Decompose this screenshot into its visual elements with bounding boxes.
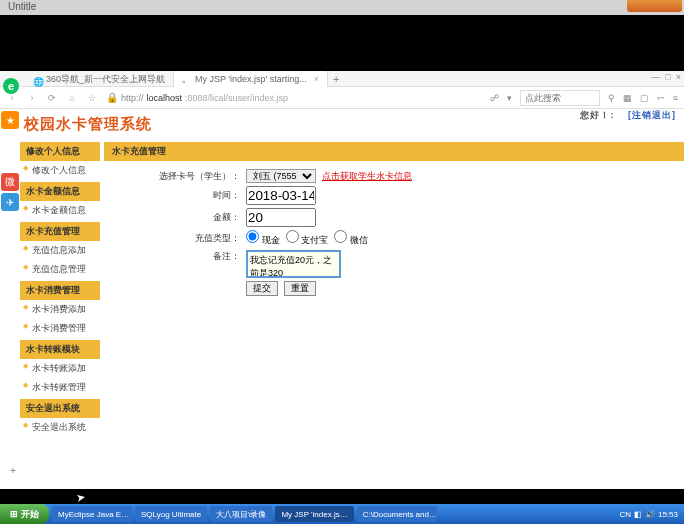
restore-icon[interactable]: ⤺ — [657, 93, 665, 103]
address-bar[interactable]: 🔒 http://localhost:8088/lical/suser/inde… — [106, 92, 446, 103]
sidebar-group-head[interactable]: 水卡充值管理 — [20, 222, 100, 241]
system-title: 校园水卡管理系统 您好！: [注销退出] — [20, 109, 684, 140]
system-tray[interactable]: CN ◧ 🔊 15:53 — [613, 510, 684, 519]
browser-logo-icon: e — [3, 78, 19, 94]
student-label: 选择卡号（学生）： — [104, 170, 246, 183]
forward-button[interactable]: › — [26, 92, 38, 104]
address-bar-row: ‹ › ⟳ ⌂ ☆ 🔒 http://localhost:8088/lical/… — [0, 87, 684, 109]
tray-lang[interactable]: CN — [619, 510, 631, 519]
sidebar-item[interactable]: 水卡消费添加 — [20, 300, 100, 319]
sidebar-item[interactable]: 充值信息管理 — [20, 260, 100, 279]
sidebar-item[interactable]: 安全退出系统 — [20, 418, 100, 437]
type-wechat-radio[interactable]: 微信 — [334, 230, 368, 247]
square-icon[interactable]: ▢ — [640, 93, 649, 103]
submit-button[interactable]: 提交 — [246, 281, 278, 296]
app-sidebar: 修改个人信息修改个人信息水卡金额信息水卡金额信息水卡充值管理充值信息添加充值信息… — [20, 140, 100, 437]
minimize-button[interactable]: — — [651, 72, 660, 82]
favorite-icon[interactable]: ★ — [1, 111, 19, 129]
globe-icon: 🌐 — [33, 74, 43, 84]
outer-window-title: Untitle — [8, 1, 36, 12]
browser-sidebar: ★ 微 ✈ + — [0, 109, 20, 489]
sidebar-item[interactable]: 充值信息添加 — [20, 241, 100, 260]
reload-button[interactable]: ⟳ — [46, 92, 58, 104]
sidebar-group-head[interactable]: 水卡转账模块 — [20, 340, 100, 359]
browser-window: e 🌐 360导航_新一代安全上网导航 ▫ My JSP 'index.jsp'… — [0, 71, 684, 489]
maximize-button[interactable]: □ — [665, 72, 670, 82]
black-gap — [0, 15, 684, 71]
type-alipay-radio[interactable]: 支付宝 — [286, 230, 329, 247]
panel-title: 水卡充值管理 — [104, 142, 684, 161]
reset-button[interactable]: 重置 — [284, 281, 316, 296]
grid-icon[interactable]: ▦ — [623, 93, 632, 103]
tabs-bar: 🌐 360导航_新一代安全上网导航 ▫ My JSP 'index.jsp' s… — [0, 71, 684, 87]
menu-icon[interactable]: ≡ — [673, 93, 678, 103]
url-host: localhost — [147, 93, 183, 103]
url-path: :8088/lical/suser/index.jsp — [185, 93, 288, 103]
sidebar-group-head[interactable]: 水卡金额信息 — [20, 182, 100, 201]
recharge-form: 选择卡号（学生）： 刘五 (7555) 点击获取学生水卡信息 时间： — [104, 161, 684, 307]
taskbar-item[interactable]: SQLyog Ultimate — [135, 506, 207, 522]
search-input[interactable] — [520, 90, 600, 106]
tab-label: 360导航_新一代安全上网导航 — [46, 71, 165, 87]
sidebar-item[interactable]: 水卡金额信息 — [20, 201, 100, 220]
time-label: 时间： — [104, 189, 246, 202]
window-controls: — □ × — [651, 72, 681, 82]
close-icon[interactable]: × — [314, 71, 319, 87]
sidebar-item[interactable]: 修改个人信息 — [20, 161, 100, 180]
page-icon: ▫ — [182, 74, 192, 84]
share-icon[interactable]: ✈ — [1, 193, 19, 211]
tray-icon[interactable]: 🔊 — [645, 510, 655, 519]
page-content: ★ 微 ✈ + 校园水卡管理系统 您好！: [注销退出] 修改个人信息修改个人信… — [0, 109, 684, 489]
sidebar-item[interactable]: 水卡转账添加 — [20, 359, 100, 378]
system-title-text: 校园水卡管理系统 — [24, 115, 152, 132]
cursor-icon: ➤ — [75, 490, 86, 504]
greeting-label: 您好！: — [580, 110, 614, 120]
new-tab-button[interactable]: + — [328, 73, 344, 85]
close-button[interactable]: × — [676, 72, 681, 82]
type-cash-radio[interactable]: 现金 — [246, 230, 280, 247]
workarea: 水卡充值管理 选择卡号（学生）： 刘五 (7555) 点击获取学生水卡信息 — [100, 140, 684, 437]
tray-icon[interactable]: ◧ — [634, 510, 642, 519]
search-icon[interactable]: ⚲ — [608, 93, 615, 103]
sidebar-group-head[interactable]: 安全退出系统 — [20, 399, 100, 418]
tab-1[interactable]: ▫ My JSP 'index.jsp' starting... × — [174, 71, 328, 87]
sidebar-item[interactable]: 水卡消费管理 — [20, 319, 100, 338]
tray-time: 15:53 — [658, 510, 678, 519]
start-button[interactable]: ⊞ 开始 — [0, 504, 49, 524]
tab-label: My JSP 'index.jsp' starting... — [195, 71, 307, 87]
outer-window-titlebar: Untitle — [0, 0, 684, 15]
url-prefix: http:// — [121, 93, 144, 103]
amount-input[interactable] — [246, 208, 316, 227]
time-input[interactable] — [246, 186, 316, 205]
chevron-down-icon[interactable]: ▾ — [507, 93, 512, 103]
windows-icon: ⊞ — [10, 509, 18, 519]
star-icon[interactable]: ☆ — [86, 92, 98, 104]
share-icon[interactable]: ☍ — [490, 93, 499, 103]
sidebar-item[interactable]: 水卡转账管理 — [20, 378, 100, 397]
amount-label: 金额： — [104, 211, 246, 224]
tab-0[interactable]: 🌐 360导航_新一代安全上网导航 — [25, 71, 174, 87]
taskbar-item[interactable]: C:\Documents and… — [357, 506, 437, 522]
taskbar-item[interactable]: MyEclipse Java E… — [52, 506, 132, 522]
student-select[interactable]: 刘五 (7555) — [246, 169, 316, 183]
lock-icon: 🔒 — [106, 92, 118, 103]
weibo-icon[interactable]: 微 — [1, 173, 19, 191]
start-label: 开始 — [21, 508, 39, 521]
note-label: 备注： — [104, 250, 246, 263]
windows-taskbar: ⊞ 开始 MyEclipse Java E…SQLyog Ultimate大八项… — [0, 504, 684, 524]
home-button[interactable]: ⌂ — [66, 92, 78, 104]
taskbar-item[interactable]: My JSP 'index.js… — [275, 506, 353, 522]
taskbar-item[interactable]: 大八项目\录像 — [210, 506, 272, 522]
sidebar-group-head[interactable]: 修改个人信息 — [20, 142, 100, 161]
fetch-card-link[interactable]: 点击获取学生水卡信息 — [322, 170, 412, 183]
type-label: 充值类型： — [104, 232, 246, 245]
add-sidebar-icon[interactable]: + — [4, 461, 22, 479]
note-textarea[interactable]: 我忘记充值20元，之前是320 — [246, 250, 341, 278]
sidebar-group-head[interactable]: 水卡消费管理 — [20, 281, 100, 300]
logout-link[interactable]: [注销退出] — [628, 110, 676, 120]
